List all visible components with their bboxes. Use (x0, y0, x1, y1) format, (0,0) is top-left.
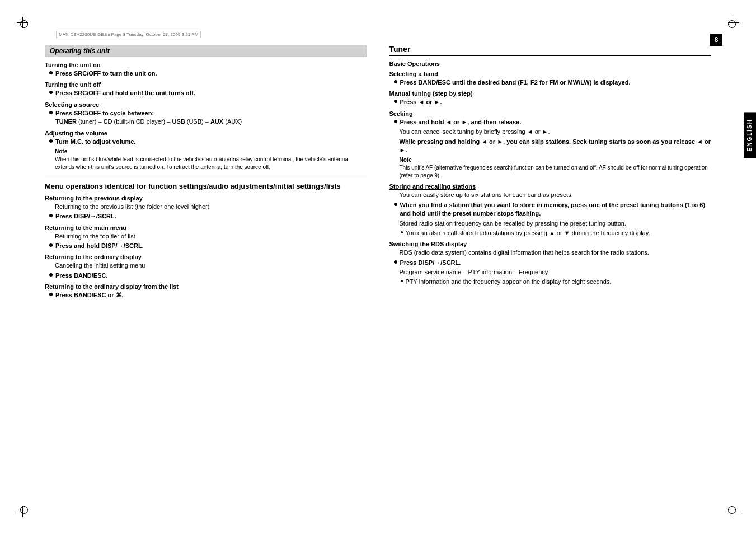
returning-ordinary-heading: Returning to the ordinary display (45, 254, 367, 260)
rds-sub-bullet1: PTY information and the frequency appear… (401, 278, 712, 286)
bullet-dot (49, 214, 53, 217)
basic-operations-heading: Basic Operations (389, 60, 712, 67)
selecting-source-heading: Selecting a source (45, 101, 367, 108)
manual-tuning-heading: Manual tuning (step by step) (389, 90, 712, 97)
returning-main-bullet: Press and hold DISP/→/SCRL. (49, 242, 367, 250)
returning-previous-heading: Returning to the previous display (45, 195, 367, 202)
turning-off-heading: Turning the unit off (45, 81, 367, 88)
returning-list-text: Press BAND/ESC or ⌘. (55, 291, 124, 299)
rds-heading: Switching the RDS display (389, 241, 712, 247)
circle-mark-bl (20, 506, 28, 514)
returning-ordinary-bullet: Press BAND/ESC. (49, 271, 367, 280)
storing-indent1: Stored radio station frequency can be re… (400, 219, 712, 228)
volume-note: Note When this unit's blue/white lead is… (55, 148, 367, 171)
rds-indent1: Program service name – PTY information –… (400, 268, 712, 277)
circle-mark-tr (728, 20, 736, 28)
circle-mark-tl (20, 20, 28, 28)
turning-off-text: Press SRC/OFF and hold until the unit tu… (55, 89, 195, 97)
storing-sub-text1: You can also recall stored radio station… (406, 229, 650, 237)
page-number: 8 (710, 34, 722, 46)
seeking-note-text: This unit's AF (alternative frequencies … (400, 164, 712, 180)
storing-sub-bullet1: You can also recall stored radio station… (401, 229, 712, 237)
storing-bullet1: When you find a station that you want to… (394, 201, 712, 218)
note-title: Note (55, 148, 367, 154)
file-path: MAN-DEH2200UB-GB.fm Page 8 Tuesday, Octo… (56, 31, 201, 38)
divider (45, 176, 367, 176)
bullet-dot (49, 71, 53, 74)
returning-ordinary-indent: Canceling the initial setting menu (55, 261, 367, 270)
main-content: Operating this unit Turning the unit on … (45, 45, 711, 500)
seeking-text: Press and hold ◄ or ►, and then release. (400, 118, 522, 127)
storing-intro: You can easily store up to six stations … (400, 191, 712, 199)
note-text: When this unit's blue/white lead is conn… (55, 156, 367, 171)
seeking-note: Note This unit's AF (alternative frequen… (400, 157, 712, 180)
language-tab: ENGLISH (744, 112, 756, 158)
selecting-band-heading: Selecting a band (389, 71, 712, 77)
rds-intro: RDS (radio data system) contains digital… (400, 249, 712, 257)
turning-off-bullet: Press SRC/OFF and hold until the unit tu… (49, 89, 367, 97)
manual-tuning-text: Press ◄ or ►. (400, 98, 442, 106)
adjusting-volume-bullet: Turn M.C. to adjust volume. (49, 138, 367, 146)
adjusting-volume-text: Turn M.C. to adjust volume. (55, 138, 135, 146)
manual-tuning-bullet: Press ◄ or ►. (394, 98, 712, 106)
turning-on-text: Press SRC/OFF to turn the unit on. (55, 69, 157, 78)
returning-previous-bullet: Press DISP/→/SCRL. (49, 212, 367, 221)
bullet-dot (49, 243, 53, 247)
bullet-dot (394, 120, 397, 123)
storing-text1: When you find a station that you want to… (400, 201, 712, 218)
storing-heading: Storing and recalling stations (389, 183, 712, 190)
seeking-indent1: You can cancel seek tuning by briefly pr… (400, 128, 712, 136)
seeking-heading: Seeking (389, 110, 712, 117)
returning-main-text: Press and hold DISP/→/SCRL. (55, 242, 144, 250)
bullet-dot (394, 260, 397, 264)
returning-main-heading: Returning to the main menu (45, 224, 367, 231)
tuner-title: Tuner (389, 45, 712, 56)
returning-list-bullet: Press BAND/ESC or ⌘. (49, 291, 367, 299)
turning-on-bullet: Press SRC/OFF to turn the unit on. (49, 69, 367, 78)
selecting-source-bullet: Press SRC/OFF to cycle between: TUNER (t… (49, 109, 367, 127)
seeking-bold-text: While pressing and holding ◄ or ►, you c… (400, 138, 712, 155)
rds-text: Press DISP/→/SCRL. (400, 259, 461, 267)
seeking-note-title: Note (400, 157, 712, 163)
selecting-band-bullet: Press BAND/ESC until the desired band (F… (394, 78, 712, 87)
rds-bullet: Press DISP/→/SCRL. (394, 259, 712, 267)
bullet-dot (49, 139, 53, 143)
rds-sub-text1: PTY information and the frequency appear… (406, 278, 612, 286)
bullet-dot (49, 111, 53, 114)
circle-mark-br (728, 506, 736, 514)
operating-section-header: Operating this unit (45, 45, 367, 57)
menu-section-title: Menu operations identical for function s… (45, 182, 367, 191)
left-column: Operating this unit Turning the unit on … (45, 45, 373, 500)
bullet-dot (394, 80, 397, 83)
returning-list-heading: Returning to the ordinary display from t… (45, 283, 367, 290)
sub-bullet-dot (401, 280, 403, 282)
bullet-dot (394, 203, 397, 206)
bullet-dot (49, 91, 53, 94)
seeking-bullet: Press and hold ◄ or ►, and then release. (394, 118, 712, 127)
returning-ordinary-text: Press BAND/ESC. (55, 271, 108, 280)
bullet-dot (394, 100, 397, 103)
right-column: Tuner Basic Operations Selecting a band … (384, 45, 712, 500)
bullet-dot (49, 293, 53, 296)
returning-previous-indent: Returning to the previous list (the fold… (55, 203, 367, 211)
adjusting-volume-heading: Adjusting the volume (45, 130, 367, 137)
bullet-dot (49, 273, 53, 277)
returning-main-indent: Returning to the top tier of list (55, 232, 367, 241)
turning-on-heading: Turning the unit on (45, 62, 367, 68)
sub-bullet-dot (401, 231, 403, 233)
selecting-band-text: Press BAND/ESC until the desired band (F… (400, 78, 631, 87)
returning-previous-text: Press DISP/→/SCRL. (55, 212, 116, 221)
selecting-source-text: Press SRC/OFF to cycle between: TUNER (t… (55, 109, 242, 127)
